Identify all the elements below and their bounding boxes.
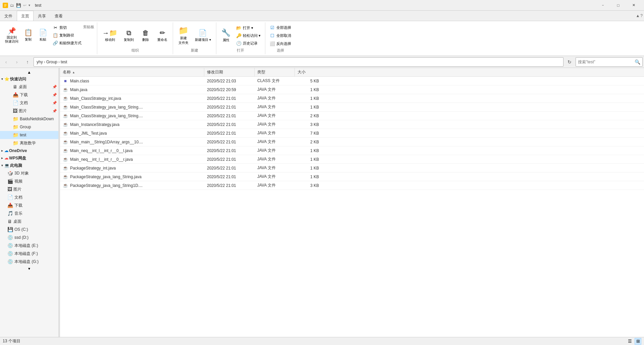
pin-icon: 📌 [52, 85, 57, 89]
sidebar-item-baidunetdisk[interactable]: 📁 BaiduNetdiskDown [0, 115, 58, 123]
back-button[interactable]: ‹ [1, 57, 11, 67]
sidebar-item-3dobjects[interactable]: 🎲 3D 对象 [0, 169, 58, 177]
delete-button[interactable]: 🗑 删除 [138, 27, 153, 44]
scroll-down-btn[interactable]: ▾ [0, 266, 58, 272]
col-header-size[interactable]: 大小 [295, 68, 322, 76]
file-row[interactable]: ☕ PackageStrategy_java_lang_String1D....… [60, 181, 644, 190]
search-input[interactable] [578, 60, 633, 64]
sidebar-item-pictures[interactable]: 🖼 图片 📌 [0, 107, 58, 115]
sidebar-header-onedrive[interactable]: ▸ ☁ OneDrive [0, 147, 58, 154]
sidebar-item-music[interactable]: 🎵 音乐 [0, 209, 58, 217]
address-bar[interactable]: yhy › Group › test [34, 57, 564, 67]
up-button[interactable]: ↑ [23, 57, 32, 67]
file-row[interactable]: ☕ Main_JML_Test.java 2020/5/22 21:01 JAV… [60, 129, 644, 138]
title-bar-controls: － □ ✕ [595, 0, 641, 11]
paste-button[interactable]: 📄 粘贴 [36, 27, 50, 43]
file-row[interactable]: ☕ Main_main__String1DArray_args__10.... … [60, 138, 644, 146]
col-header-type[interactable]: 类型 [255, 68, 295, 76]
copy-button[interactable]: 📋 复制 [21, 27, 35, 43]
file-icon: ☕ [63, 113, 68, 119]
history-button[interactable]: 🕐 历史记录 [234, 40, 262, 47]
close-button[interactable]: ✕ [626, 0, 641, 11]
file-size-cell: 2 KB [295, 140, 322, 144]
new-folder-button[interactable]: 📁 新建文件夹 [176, 24, 191, 47]
paste-shortcut-button[interactable]: 🔗 粘贴快捷方式 [51, 39, 83, 47]
file-row[interactable]: ■ Main.class 2020/5/22 21:03 CLASS 文件 5 … [60, 77, 644, 85]
cut-button[interactable]: ✂ 剪切 [51, 24, 83, 31]
easy-access-button[interactable]: 🔑 轻松访问 ▾ [234, 32, 262, 39]
file-name-cell: ☕ PackageStrategy_int.java [60, 165, 204, 171]
tab-file[interactable]: 文件 [0, 11, 17, 21]
file-row[interactable]: ☕ Main_InstanceStrategy.java 2020/5/22 2… [60, 120, 644, 129]
file-row[interactable]: ☕ Main_ClassStrategy_int.java 2020/5/22 … [60, 94, 644, 103]
forward-button[interactable]: › [12, 57, 21, 67]
view-detail-btn[interactable]: ⊞ [635, 338, 641, 345]
search-bar[interactable]: 🔍 [576, 57, 643, 67]
tab-home[interactable]: 主页 [17, 11, 34, 21]
maximize-button[interactable]: □ [610, 0, 626, 11]
file-name-text: Main.java [70, 87, 87, 92]
copy-path-button[interactable]: 📋 复制路径 [51, 31, 83, 39]
open-button[interactable]: 📂 打开 ▾ [234, 24, 262, 31]
sidebar-item-documents2[interactable]: 📄 文档 [0, 193, 58, 201]
invert-select-button[interactable]: ⬜ 反向选择 [268, 40, 293, 47]
refresh-button[interactable]: ↻ [565, 57, 574, 67]
file-row[interactable]: ☕ PackageStrategy_java_lang_String.java … [60, 172, 644, 181]
sidebar-header-thispc[interactable]: ▾ 💻 此电脑 [0, 162, 58, 169]
minimize-button[interactable]: － [595, 0, 610, 11]
file-row[interactable]: ☕ Main_ClassStrategy_java_lang_String...… [60, 112, 644, 120]
address-part-1: yhy [37, 60, 43, 64]
sidebar-item-osc[interactable]: 💾 OS (C:) [0, 225, 58, 233]
sidebar-item-downloads2[interactable]: 📥 下载 [0, 201, 58, 209]
scroll-up-btn[interactable]: ▲ [0, 69, 58, 75]
file-row[interactable]: ☕ Main_neq__int_l__int_r__0__l.java 2020… [60, 146, 644, 155]
sidebar-header-wps[interactable]: ▸ ☁ WPS网盘 [0, 154, 58, 162]
tab-view[interactable]: 查看 [50, 11, 67, 21]
sidebar-item-localg[interactable]: 💿 本地磁盘 (G:) [0, 258, 58, 266]
ribbon-collapse-btn[interactable]: ▲ [636, 13, 640, 18]
file-row[interactable]: ☕ PackageStrategy_int.java 2020/5/22 21:… [60, 164, 644, 172]
file-list: ■ Main.class 2020/5/22 21:03 CLASS 文件 5 … [60, 77, 644, 337]
help-btn[interactable]: ? [640, 13, 643, 18]
file-type-cell: JAVA 文件 [255, 87, 295, 92]
select-all-button[interactable]: ☑ 全部选择 [268, 24, 293, 31]
file-row[interactable]: ☕ Main.java 2020/5/22 20:59 JAVA 文件 1 KB [60, 85, 644, 94]
ribbon-group-open: 🔧 属性 📂 打开 ▾ 🔑 轻松访问 ▾ 🕐 历史记录 [216, 22, 265, 54]
locale-label: 本地磁盘 (E:) [14, 243, 58, 249]
view-list-btn[interactable]: ☰ [627, 338, 633, 345]
tab-share[interactable]: 共享 [34, 11, 50, 21]
sidebar-item-test[interactable]: 📁 test [0, 131, 58, 139]
search-icon[interactable]: 🔍 [635, 59, 640, 65]
sidebar-item-locale[interactable]: 💿 本地磁盘 (E:) [0, 242, 58, 250]
sidebar-item-videos[interactable]: 🎬 视频 [0, 177, 58, 185]
undo-btn[interactable]: ↩ [23, 3, 26, 8]
sidebar-item-documents[interactable]: 📄 文档 📌 [0, 99, 58, 107]
sidebar-header-quickaccess[interactable]: ▾ ⭐ 快速访问 [0, 75, 58, 83]
quick-access-btn[interactable]: 🗂 [10, 3, 14, 8]
save-btn[interactable]: 💾 [16, 3, 21, 8]
col-header-name[interactable]: 名称 ▲ [60, 68, 204, 76]
new-item-button[interactable]: 📄 新建项目 ▾ [193, 27, 213, 44]
pin-button[interactable]: 📌 固定到快速访问 [3, 25, 21, 45]
col-header-date[interactable]: 修改日期 [204, 68, 255, 76]
sidebar-item-localf[interactable]: 💿 本地磁盘 (F:) [0, 250, 58, 258]
file-row[interactable]: ☕ Main_ClassStrategy_java_lang_String...… [60, 103, 644, 112]
file-row[interactable]: ☕ Main_neq__int_l__int_r__0__r.java 2020… [60, 155, 644, 164]
sidebar-item-pictures2[interactable]: 🖼 图片 [0, 185, 58, 193]
col-size-label: 大小 [298, 69, 306, 75]
copyto-button[interactable]: ⧉ 复制到 [121, 27, 137, 44]
title-dropdown-btn[interactable]: ▾ [29, 3, 30, 7]
rename-button[interactable]: ✏ 重命名 [155, 27, 170, 44]
quickaccess-icon: ⭐ [4, 77, 9, 81]
properties-button[interactable]: 🔧 属性 [219, 27, 233, 44]
localg-label: 本地磁盘 (G:) [14, 259, 58, 265]
sidebar-item-ssdd[interactable]: 💿 ssd (D:) [0, 233, 58, 242]
downloads-icon: 📥 [13, 92, 18, 97]
sidebar-item-group[interactable]: 📁 Group [0, 123, 58, 131]
select-none-button[interactable]: ☐ 全部取消 [268, 32, 293, 39]
sidebar-item-desktop2[interactable]: 🖥 桌面 [0, 217, 58, 225]
sidebar-item-discrete[interactable]: 📁 离散数学 [0, 139, 58, 147]
moveto-button[interactable]: →📁 移动到 [100, 27, 120, 44]
sidebar-item-desktop[interactable]: 🖥 桌面 📌 [0, 83, 58, 91]
sidebar-item-downloads[interactable]: 📥 下载 📌 [0, 91, 58, 99]
